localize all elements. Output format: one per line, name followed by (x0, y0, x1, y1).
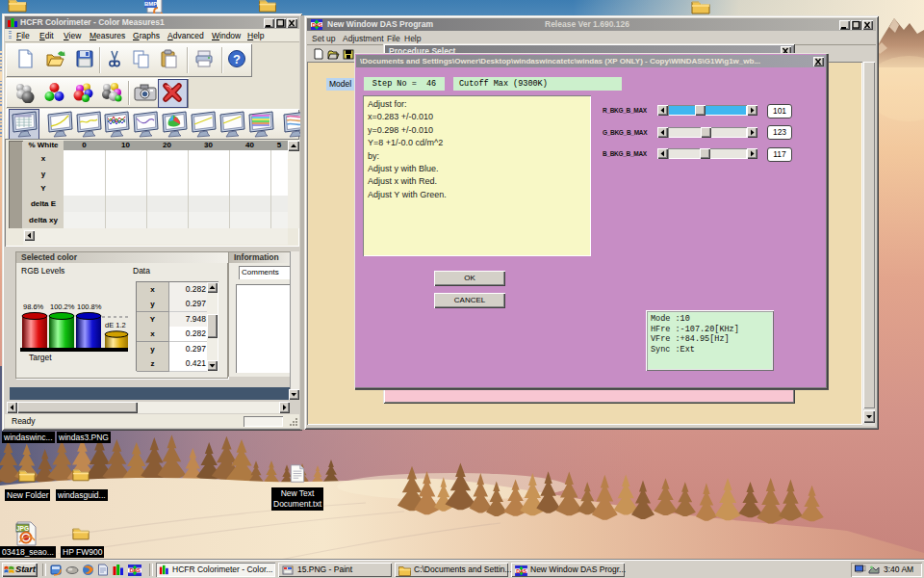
svg-text:DAS: DAS (516, 568, 526, 574)
svg-text:?: ? (233, 52, 241, 66)
svg-text:JPG: JPG (16, 525, 29, 532)
svg-text:DAS: DAS (312, 22, 322, 28)
svg-text:DAS: DAS (129, 567, 141, 573)
